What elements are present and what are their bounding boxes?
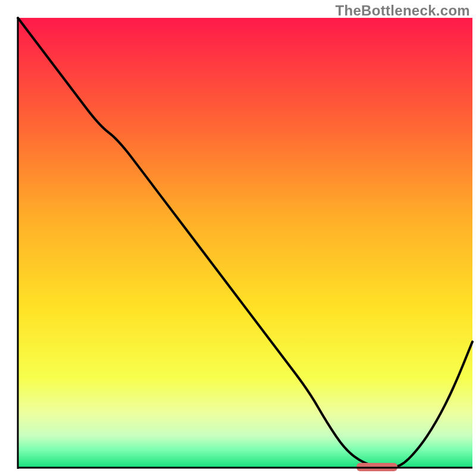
plot-background — [18, 18, 472, 468]
watermark-text: TheBottleneck.com — [336, 2, 470, 19]
chart-container: TheBottleneck.com — [0, 0, 476, 476]
bottleneck-chart — [0, 0, 476, 476]
